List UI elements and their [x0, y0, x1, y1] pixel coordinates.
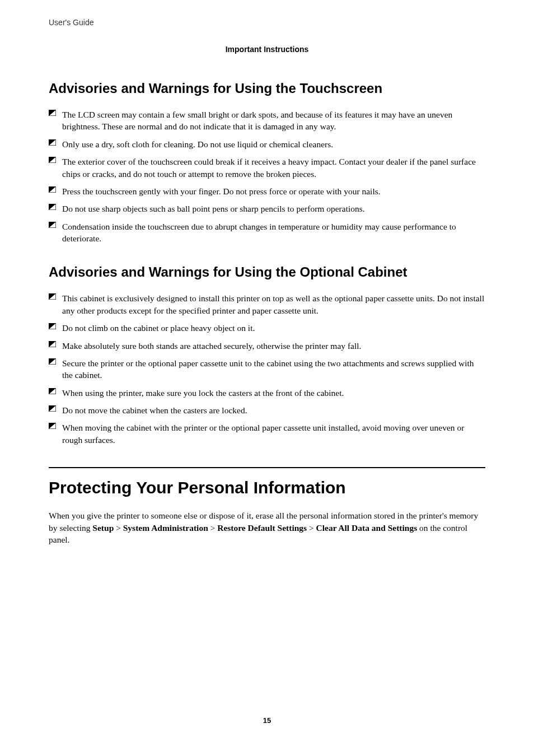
list-item: When using the printer, make sure you lo… — [49, 387, 485, 399]
bullet-icon — [49, 157, 56, 163]
separator: > — [307, 523, 316, 533]
svg-marker-8 — [49, 186, 56, 193]
bullet-icon — [49, 358, 56, 365]
list-text: Secure the printer or the optional paper… — [62, 358, 474, 380]
list-text: Condensation inside the touchscreen due … — [62, 222, 456, 243]
list-item: Do not move the cabinet when the casters… — [49, 404, 485, 416]
separator: > — [114, 523, 123, 533]
menu-path-setup: Setup — [92, 523, 114, 533]
section-running-header: Important Instructions — [49, 45, 485, 54]
list-item: This cabinet is exclusively designed to … — [49, 292, 485, 316]
svg-marker-4 — [49, 139, 56, 146]
page-number: 15 — [0, 716, 534, 725]
list-text: Make absolutely sure both stands are att… — [62, 341, 361, 351]
list-item: Only use a dry, soft cloth for cleaning.… — [49, 138, 485, 150]
heading-touchscreen: Advisories and Warnings for Using the To… — [49, 81, 485, 96]
touchscreen-list: The LCD screen may contain a few small b… — [49, 109, 485, 244]
svg-marker-26 — [49, 423, 56, 429]
list-text: Do not use sharp objects such as ball po… — [62, 204, 365, 213]
svg-marker-12 — [49, 222, 56, 228]
list-text: This cabinet is exclusively designed to … — [62, 293, 484, 315]
list-text: The exterior cover of the touchscreen co… — [62, 157, 476, 178]
list-item: When moving the cabinet with the printer… — [49, 422, 485, 446]
svg-marker-20 — [49, 358, 56, 365]
svg-marker-18 — [49, 341, 56, 347]
list-item: Press the touchscreen gently with your f… — [49, 185, 485, 197]
svg-marker-10 — [49, 204, 56, 210]
list-text: The LCD screen may contain a few small b… — [62, 110, 452, 131]
svg-marker-24 — [49, 405, 56, 412]
svg-marker-16 — [49, 323, 56, 329]
list-item: The LCD screen may contain a few small b… — [49, 109, 485, 133]
svg-marker-14 — [49, 293, 56, 300]
bullet-icon — [49, 186, 56, 193]
svg-marker-2 — [49, 110, 56, 116]
bullet-icon — [49, 293, 56, 300]
list-text: Press the touchscreen gently with your f… — [62, 186, 381, 196]
list-text: Do not climb on the cabinet or place hea… — [62, 323, 255, 333]
bullet-icon — [49, 323, 56, 329]
document-page: User's Guide Important Instructions Advi… — [0, 0, 534, 545]
heading-cabinet: Advisories and Warnings for Using the Op… — [49, 264, 485, 280]
list-item: Secure the printer or the optional paper… — [49, 357, 485, 381]
list-item: Condensation inside the touchscreen due … — [49, 221, 485, 245]
list-item: Do not climb on the cabinet or place hea… — [49, 322, 485, 334]
svg-marker-6 — [49, 157, 56, 163]
list-text: Do not move the cabinet when the casters… — [62, 405, 247, 415]
doc-title: User's Guide — [49, 18, 485, 27]
bullet-icon — [49, 423, 56, 429]
bullet-icon — [49, 222, 56, 228]
list-text: When moving the cabinet with the printer… — [62, 423, 464, 444]
menu-path-sysadmin: System Administration — [123, 523, 208, 533]
bullet-icon — [49, 204, 56, 210]
bullet-icon — [49, 139, 56, 146]
svg-marker-22 — [49, 388, 56, 394]
list-item: The exterior cover of the touchscreen co… — [49, 156, 485, 180]
personal-info-paragraph: When you give the printer to someone els… — [49, 510, 485, 545]
menu-path-restore: Restore Default Settings — [217, 523, 307, 533]
bullet-icon — [49, 110, 56, 116]
list-item: Do not use sharp objects such as ball po… — [49, 203, 485, 214]
cabinet-list: This cabinet is exclusively designed to … — [49, 292, 485, 446]
list-item: Make absolutely sure both stands are att… — [49, 340, 485, 352]
separator: > — [208, 523, 218, 533]
list-text: When using the printer, make sure you lo… — [62, 388, 344, 398]
heading-personal-info: Protecting Your Personal Information — [49, 467, 485, 497]
menu-path-clearall: Clear All Data and Settings — [316, 523, 418, 533]
bullet-icon — [49, 405, 56, 412]
list-text: Only use a dry, soft cloth for cleaning.… — [62, 139, 333, 149]
bullet-icon — [49, 341, 56, 347]
bullet-icon — [49, 388, 56, 394]
